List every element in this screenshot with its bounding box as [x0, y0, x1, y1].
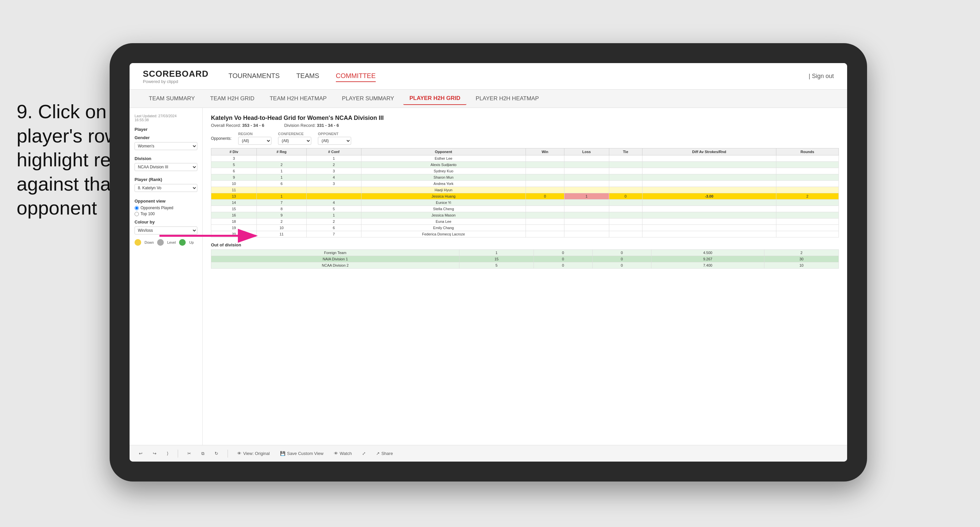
- data-cell: [526, 156, 564, 162]
- save-custom-view-btn[interactable]: 💾 Save Custom View: [277, 450, 326, 457]
- sidebar-gender-label: Gender: [135, 135, 197, 140]
- tab-player-h2h-grid[interactable]: PLAYER H2H GRID: [403, 92, 466, 105]
- data-cell: [642, 231, 776, 237]
- table-row[interactable]: 1822Euna Lee: [211, 219, 839, 225]
- data-cell: [526, 225, 564, 231]
- data-cell: [776, 156, 838, 162]
- conference-filter-select[interactable]: (All): [278, 137, 311, 145]
- data-cell: [526, 181, 564, 187]
- ood-table-row[interactable]: Foreign Team1004.5002: [211, 250, 839, 256]
- table-row[interactable]: 11Haeji Hyun: [211, 187, 839, 193]
- ood-data-cell: 2: [764, 250, 839, 256]
- data-cell: [564, 168, 609, 175]
- tab-player-h2h-heatmap[interactable]: PLAYER H2H HEATMAP: [470, 93, 545, 105]
- data-cell: [776, 206, 838, 212]
- data-cell: 6: [257, 181, 307, 187]
- refresh-btn[interactable]: ↻: [212, 450, 221, 457]
- table-row[interactable]: 131Jessica Huang010-3.002: [211, 193, 839, 200]
- copy-btn[interactable]: ⧉: [199, 450, 207, 457]
- region-filter-select[interactable]: (All): [238, 137, 271, 145]
- data-cell: 3: [307, 168, 361, 175]
- opponent-name-cell: Euna Lee: [361, 219, 526, 225]
- data-cell: [526, 168, 564, 175]
- cut-btn[interactable]: ✂: [185, 450, 194, 457]
- data-cell: [642, 206, 776, 212]
- radio-opponents-played[interactable]: Opponents Played: [135, 206, 197, 210]
- main-content: Last Updated: 27/03/2024 16:55:38 Player…: [130, 108, 847, 445]
- data-cell: [642, 187, 776, 193]
- col-tie: Tie: [609, 148, 642, 156]
- data-cell: [564, 225, 609, 231]
- division-select[interactable]: NCAA Division III: [135, 163, 197, 171]
- data-cell: [776, 168, 838, 175]
- sidebar-division-label: Division: [135, 156, 197, 161]
- data-cell: [564, 219, 609, 225]
- tab-team-h2h-heatmap[interactable]: TEAM H2H HEATMAP: [264, 93, 333, 105]
- col-opponent: Opponent: [361, 148, 526, 156]
- data-cell: 11: [211, 187, 257, 193]
- data-cell: 2: [257, 162, 307, 168]
- ood-table: Foreign Team1004.5002NAIA Division 11500…: [211, 249, 839, 269]
- table-row[interactable]: 1691Jessica Mason: [211, 212, 839, 219]
- share-btn[interactable]: ↗ Share: [373, 450, 396, 457]
- player-rank-select[interactable]: 8. Katelyn Vo: [135, 184, 197, 192]
- data-cell: [564, 200, 609, 206]
- data-cell: 1: [257, 193, 307, 200]
- data-cell: [609, 187, 642, 193]
- table-row[interactable]: 19106Emily Chang: [211, 225, 839, 231]
- data-cell: [776, 219, 838, 225]
- table-row[interactable]: 1063Andrea York: [211, 181, 839, 187]
- grid-area: Katelyn Vo Head-to-Head Grid for Women's…: [203, 108, 847, 445]
- division-record: Division Record: 331 - 34 - 6: [284, 123, 339, 128]
- undo-btn[interactable]: ↩: [136, 450, 145, 457]
- gender-select[interactable]: Women's: [135, 142, 197, 150]
- opponent-view-label: Opponent view: [135, 198, 197, 203]
- watch-btn[interactable]: 👁 Watch: [331, 450, 355, 457]
- data-cell: 1: [307, 212, 361, 219]
- watch-icon: 👁: [334, 451, 338, 456]
- data-cell: 3: [307, 181, 361, 187]
- table-row[interactable]: 613Sydney Kuo: [211, 168, 839, 175]
- data-cell: 5: [307, 206, 361, 212]
- data-cell: [609, 212, 642, 219]
- data-cell: 1: [257, 168, 307, 175]
- nav-committee[interactable]: COMMITTEE: [336, 70, 376, 82]
- data-cell: [642, 175, 776, 181]
- data-cell: [526, 212, 564, 219]
- data-cell: [609, 219, 642, 225]
- data-cell: [257, 156, 307, 162]
- arrow-icon: [159, 226, 266, 246]
- ood-table-row[interactable]: NCAA Division 25007.40010: [211, 262, 839, 269]
- nav-tournaments[interactable]: TOURNAMENTS: [229, 70, 280, 82]
- data-cell: 14: [211, 200, 257, 206]
- table-row[interactable]: 1585Stella Cheng: [211, 206, 839, 212]
- nav-teams[interactable]: TEAMS: [296, 70, 319, 82]
- tab-team-h2h-grid[interactable]: TEAM H2H GRID: [204, 93, 261, 105]
- resize-btn[interactable]: ⤢: [360, 450, 368, 457]
- radio-top-100[interactable]: Top 100: [135, 211, 197, 216]
- table-row[interactable]: 522Alexis Sudjianto: [211, 162, 839, 168]
- tab-team-summary[interactable]: TEAM SUMMARY: [143, 93, 201, 105]
- view-original-btn[interactable]: 👁 View: Original: [234, 450, 272, 457]
- ood-data-cell: 15: [460, 256, 534, 262]
- opponent-filter-select[interactable]: (All): [318, 137, 351, 145]
- ood-table-row[interactable]: NAIA Division 115009.26730: [211, 256, 839, 262]
- redo-btn[interactable]: ↪: [150, 450, 159, 457]
- separator-1: [178, 450, 178, 457]
- data-cell: [776, 187, 838, 193]
- forward-btn[interactable]: ⟩: [164, 450, 171, 457]
- tab-player-summary[interactable]: PLAYER SUMMARY: [336, 93, 400, 105]
- ood-data-cell: 0: [533, 250, 592, 256]
- ood-data-cell: 0: [592, 262, 651, 269]
- data-cell: 1: [257, 175, 307, 181]
- data-cell: [609, 181, 642, 187]
- table-row[interactable]: 20117Federica Domecq Lacroze: [211, 231, 839, 237]
- ood-data-cell: 0: [533, 256, 592, 262]
- table-row[interactable]: 914Sharon Mun: [211, 175, 839, 181]
- data-cell: [526, 206, 564, 212]
- sign-out-link[interactable]: | Sign out: [808, 73, 834, 80]
- table-row[interactable]: 31Esther Lee: [211, 156, 839, 162]
- table-row[interactable]: 1474Eunice Yi: [211, 200, 839, 206]
- data-cell: [776, 212, 838, 219]
- out-of-division: Out of division Foreign Team1004.5002NAI…: [211, 243, 839, 269]
